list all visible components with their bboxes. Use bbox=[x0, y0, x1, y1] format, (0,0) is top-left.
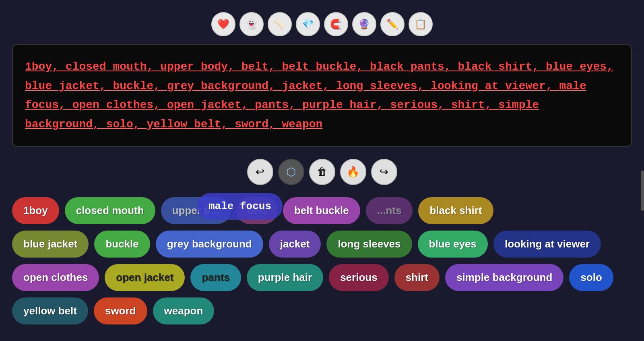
tag-btn-weapon[interactable]: weapon bbox=[153, 297, 215, 324]
tag-closed-mouth: closed mouth bbox=[66, 60, 147, 73]
tag-serious: serious bbox=[390, 99, 438, 111]
tag-btn-black-shirt[interactable]: black shirt bbox=[418, 197, 493, 224]
tag-btn-purple-hair[interactable]: purple hair bbox=[247, 264, 323, 291]
mid-toolbar: ↩ ⬡ 🗑 🔥 ↪ bbox=[247, 159, 397, 185]
tag-solo: solo bbox=[106, 118, 133, 131]
tag-upper-body: upper body bbox=[160, 60, 228, 73]
tag-1boy: 1boy bbox=[25, 60, 52, 73]
tag-btn-simple-background[interactable]: simple background bbox=[445, 264, 564, 291]
tag-black-shirt: black shirt bbox=[458, 60, 532, 73]
tag-btn-belt[interactable]: belt bbox=[236, 197, 277, 224]
tag-btn-shirt[interactable]: shirt bbox=[394, 264, 440, 291]
tag-btn-solo[interactable]: solo bbox=[569, 264, 613, 291]
trash-button[interactable]: 🗑 bbox=[309, 159, 335, 185]
tag-btn-1boy[interactable]: 1boy bbox=[12, 197, 59, 224]
heart-button[interactable]: ❤️ bbox=[211, 12, 235, 36]
tag-btn-buckle[interactable]: buckle bbox=[94, 231, 150, 258]
tag-btn-open-clothes[interactable]: open clothes bbox=[12, 264, 99, 291]
undo-button[interactable]: ↩ bbox=[247, 159, 273, 185]
tag-btn-pants2[interactable]: pants bbox=[190, 264, 241, 291]
prompt-content: 1boy, closed mouth, upper body, belt, be… bbox=[25, 57, 619, 134]
tag-btn-open-jacket[interactable]: open jacket bbox=[105, 264, 185, 291]
scrollbar[interactable] bbox=[641, 170, 644, 211]
ghost-button[interactable]: 👻 bbox=[239, 12, 264, 36]
gem-button[interactable]: 💎 bbox=[296, 12, 320, 36]
tag-open-jacket: open jacket bbox=[167, 99, 242, 111]
tag-shirt: shirt bbox=[451, 99, 485, 111]
tag-blue-jacket: blue jacket bbox=[25, 80, 99, 92]
tags-row-1: 1boy closed mouth upper b... belt male f… bbox=[12, 197, 632, 224]
tag-black-pants: black pants bbox=[370, 60, 444, 73]
tag-btn-jacket[interactable]: jacket bbox=[269, 231, 321, 258]
tag-btn-belt-buckle[interactable]: belt buckle bbox=[283, 197, 360, 224]
fire-button[interactable]: 🔥 bbox=[340, 159, 366, 185]
cube-button[interactable]: ⬡ bbox=[278, 159, 304, 185]
tag-btn-blue-eyes[interactable]: blue eyes bbox=[418, 231, 488, 258]
tag-btn-looking-at-viewer[interactable]: looking at viewer bbox=[493, 231, 601, 258]
tags-row-3: open clothes open jacket pants purple ha… bbox=[12, 264, 632, 291]
tags-row-2: blue jacket buckle grey background jacke… bbox=[12, 231, 632, 258]
pencil-button[interactable]: ✏️ bbox=[380, 12, 405, 36]
tag-btn-long-sleeves[interactable]: long sleeves bbox=[326, 231, 412, 258]
magnet-button[interactable]: 🧲 bbox=[324, 12, 348, 36]
tag-grey-background: grey background bbox=[167, 80, 268, 92]
tags-container: 1boy closed mouth upper b... belt male f… bbox=[12, 197, 632, 324]
tag-belt-buckle: belt buckle bbox=[282, 60, 357, 73]
tag-btn-pants[interactable]: ...nts bbox=[366, 197, 413, 224]
tag-belt: belt bbox=[242, 60, 268, 73]
tag-open-clothes: open clothes bbox=[72, 99, 154, 111]
tag-long-sleeves: long sleeves bbox=[336, 80, 417, 92]
tag-btn-upper-body[interactable]: upper b... bbox=[161, 197, 231, 224]
tag-sword: sword bbox=[235, 118, 268, 131]
tag-pants: pants bbox=[255, 99, 289, 111]
tags-row-4: yellow belt sword weapon bbox=[12, 297, 632, 324]
crystal-button[interactable]: 🔮 bbox=[352, 12, 376, 36]
tag-weapon: weapon bbox=[282, 118, 323, 131]
clipboard-button[interactable]: 📋 bbox=[409, 12, 433, 36]
bone-button[interactable]: 🦴 bbox=[268, 12, 292, 36]
tag-jacket: jacket bbox=[282, 80, 323, 92]
tag-looking-at-viewer: looking at viewer bbox=[431, 80, 546, 92]
tag-purple-hair: purple hair bbox=[302, 99, 377, 111]
tag-btn-serious[interactable]: serious bbox=[329, 264, 389, 291]
tag-btn-grey-background[interactable]: grey background bbox=[156, 231, 263, 258]
top-toolbar: ❤️ 👻 🦴 💎 🧲 🔮 ✏️ 📋 bbox=[211, 12, 433, 36]
tag-buckle: buckle bbox=[113, 80, 153, 92]
tag-btn-blue-jacket[interactable]: blue jacket bbox=[12, 231, 89, 258]
redo-button[interactable]: ↪ bbox=[371, 159, 397, 185]
tag-btn-yellow-belt[interactable]: yellow belt bbox=[12, 297, 88, 324]
tag-btn-sword[interactable]: sword bbox=[94, 297, 147, 324]
tag-btn-closed-mouth[interactable]: closed mouth bbox=[65, 197, 155, 224]
prompt-text-area: 1boy, closed mouth, upper body, belt, be… bbox=[12, 44, 632, 147]
tag-yellow-belt: yellow belt bbox=[147, 118, 221, 131]
tag-blue-eyes: blue eyes bbox=[546, 60, 607, 73]
